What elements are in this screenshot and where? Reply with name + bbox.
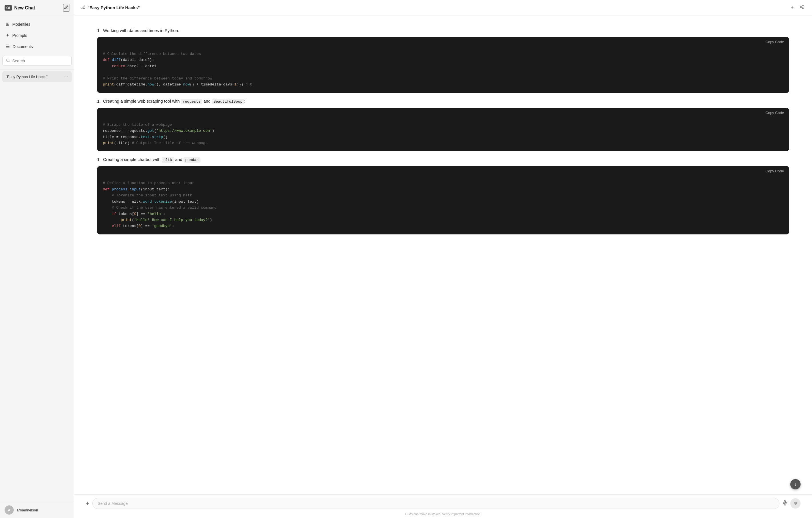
code-block-1-content: # Calculate the difference between two d…: [97, 47, 789, 93]
code-block-2-header: Copy Code: [97, 108, 789, 118]
copy-code-button-1[interactable]: Copy Code: [764, 39, 785, 45]
microphone-button[interactable]: [782, 500, 787, 507]
code-block-3-content: # Define a function to process user inpu…: [97, 176, 789, 235]
search-icon: [6, 58, 10, 63]
avatar: A: [5, 506, 14, 515]
chat-title: "Easy Python Life Hacks": [87, 5, 140, 10]
sidebar-nav: ⊞ Modelfiles ✦ Prompts ☰ Documents: [0, 16, 74, 55]
sidebar-header: OI New Chat: [0, 0, 74, 16]
message-input[interactable]: [92, 498, 779, 509]
search-input[interactable]: [12, 59, 68, 63]
sidebar-logo: OI New Chat: [5, 5, 35, 10]
section-2-heading: 1. Creating a simple web scraping tool w…: [97, 99, 789, 104]
code-block-3-header: Copy Code: [97, 166, 789, 176]
code-block-1: Copy Code # Calculate the difference bet…: [97, 37, 789, 93]
add-button[interactable]: +: [789, 3, 795, 12]
sidebar-item-prompts-label: Prompts: [12, 33, 27, 38]
code-block-2-content: # Scrape the title of a webpage response…: [97, 118, 789, 152]
section-2: 1. Creating a simple web scraping tool w…: [97, 99, 789, 152]
svg-line-5: [801, 7, 803, 8]
main-header: "Easy Python Life Hacks" +: [74, 0, 812, 16]
new-chat-button[interactable]: [63, 4, 69, 12]
sidebar-item-modelfiles-label: Modelfiles: [12, 22, 30, 27]
chat-item-label: "Easy Python Life Hacks": [6, 75, 48, 79]
chat-scroll-area[interactable]: 1. Working with dates and times in Pytho…: [74, 16, 812, 494]
code-block-1-header: Copy Code: [97, 37, 789, 47]
search-bar: [2, 56, 72, 66]
chat-item-menu-button[interactable]: ···: [64, 74, 68, 80]
send-button[interactable]: [790, 498, 801, 509]
scroll-down-button[interactable]: ↓: [790, 479, 801, 489]
oi-badge: OI: [5, 5, 12, 10]
copy-code-button-2[interactable]: Copy Code: [764, 110, 785, 115]
input-bar: +: [74, 494, 812, 512]
section-1: 1. Working with dates and times in Pytho…: [97, 28, 789, 93]
section-1-heading: 1. Working with dates and times in Pytho…: [97, 28, 789, 33]
svg-line-1: [9, 61, 10, 62]
main-content: "Easy Python Life Hacks" + 1. Working wi…: [74, 0, 812, 518]
attach-button[interactable]: +: [86, 500, 89, 507]
new-chat-label: New Chat: [14, 5, 35, 10]
copy-code-button-3[interactable]: Copy Code: [764, 168, 785, 174]
documents-icon: ☰: [6, 44, 10, 49]
header-actions: +: [789, 3, 805, 12]
prompts-icon: ✦: [6, 33, 9, 38]
code-block-2: Copy Code # Scrape the title of a webpag…: [97, 108, 789, 152]
modelfiles-icon: ⊞: [6, 22, 9, 27]
svg-line-6: [801, 6, 803, 6]
edit-icon: [81, 5, 85, 10]
sidebar-divider: [0, 69, 74, 70]
disclaimer: LLMs can make mistakes. Verify important…: [74, 512, 812, 518]
sidebar-footer: A armennelson: [0, 502, 74, 518]
sidebar-item-modelfiles[interactable]: ⊞ Modelfiles: [2, 19, 72, 29]
sidebar-item-documents-label: Documents: [12, 44, 33, 49]
share-button[interactable]: [798, 3, 805, 12]
section-3: 1. Creating a simple chatbot with nltk a…: [97, 157, 789, 235]
chat-item-easy-python[interactable]: "Easy Python Life Hacks" ···: [2, 71, 72, 82]
chat-title-row: "Easy Python Life Hacks": [81, 5, 140, 10]
username: armennelson: [17, 508, 38, 512]
code-block-3: Copy Code # Define a function to process…: [97, 166, 789, 235]
sidebar: OI New Chat ⊞ Modelfiles ✦ Prompts ☰ Doc…: [0, 0, 74, 518]
sidebar-item-documents[interactable]: ☰ Documents: [2, 41, 72, 52]
section-3-heading: 1. Creating a simple chatbot with nltk a…: [97, 157, 789, 162]
sidebar-item-prompts[interactable]: ✦ Prompts: [2, 30, 72, 40]
